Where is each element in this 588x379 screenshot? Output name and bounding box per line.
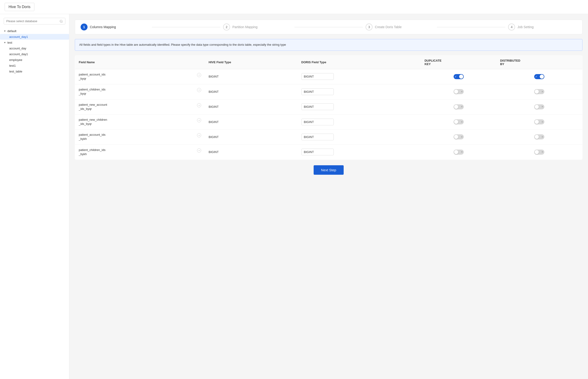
- duplicate-key-cell-3[interactable]: ✕: [421, 114, 496, 129]
- hive-type-cell-3: BIGINT: [205, 114, 297, 129]
- col-header-doris-type: DORIS Field Type: [298, 55, 421, 69]
- step-1: 1 Columns Mapping: [81, 24, 149, 31]
- doris-type-input-2[interactable]: [301, 103, 334, 110]
- search-button[interactable]: [60, 20, 63, 23]
- duplicate-key-toggle-1[interactable]: ✕: [454, 89, 464, 94]
- step-2: 2 Partition Mapping: [223, 24, 292, 31]
- table-row: patient_new_children_ids_byqr − BIGINT ✕…: [75, 114, 582, 129]
- field-name-cell-1: patient_children_ids_byqr −: [75, 84, 205, 99]
- next-step-button[interactable]: Next Step: [314, 165, 344, 175]
- hive-type-cell-4: BIGINT: [205, 129, 297, 144]
- doris-type-input-0[interactable]: [301, 73, 334, 80]
- app-header: Hive To Doris: [0, 0, 588, 14]
- svg-line-1: [62, 22, 63, 22]
- duplicate-key-cell-4[interactable]: ✕: [421, 129, 496, 144]
- hive-type-cell-5: BIGINT: [205, 144, 297, 159]
- field-name-cell-3: patient_new_children_ids_byqr −: [75, 114, 205, 129]
- info-box: All fields and field types in the Hive t…: [75, 39, 582, 51]
- remove-field-button-3[interactable]: −: [197, 118, 201, 122]
- duplicate-key-cell-5[interactable]: ✕: [421, 144, 496, 159]
- distributed-by-cell-5[interactable]: ✕: [496, 144, 582, 159]
- duplicate-key-cell-1[interactable]: ✕: [421, 84, 496, 99]
- distributed-by-toggle-1[interactable]: ✕: [534, 89, 544, 94]
- tree-arrow-default: ▼: [4, 30, 6, 32]
- table-row: patient_account_ids_bykh − BIGINT ✕ ✕: [75, 129, 582, 144]
- tree-child-account_day1-test[interactable]: account_day1: [0, 51, 69, 57]
- duplicate-key-toggle-4[interactable]: ✕: [454, 134, 464, 139]
- distributed-by-toggle-2[interactable]: ✕: [534, 104, 544, 110]
- hive-type-cell-0: BIGINT: [205, 69, 297, 84]
- search-input[interactable]: [6, 19, 60, 23]
- field-name-text-1: patient_children_ids_byqr: [79, 87, 195, 96]
- remove-field-button-1[interactable]: −: [197, 88, 201, 92]
- tree-group-default[interactable]: ▼ default: [0, 28, 69, 34]
- step-circle-1: 1: [81, 24, 87, 31]
- duplicate-key-cell-2[interactable]: ✕: [421, 99, 496, 114]
- hive-type-cell-2: BIGINT: [205, 99, 297, 114]
- footer-bar: Next Step: [75, 160, 582, 175]
- tree-child-employee[interactable]: employee: [0, 57, 69, 63]
- tree-group-test[interactable]: ▼ test: [0, 40, 69, 46]
- col-header-duplicate-key: DUPLICATEKEY: [421, 55, 496, 69]
- table-row: patient_account_ids_byqr − BIGINT ✓ ✓: [75, 69, 582, 84]
- tree: ▼ default account_day1 ▼ test account_da…: [0, 28, 69, 74]
- remove-field-button-2[interactable]: −: [197, 103, 201, 107]
- tree-arrow-test: ▼: [4, 41, 6, 44]
- step-divider-2: [294, 27, 363, 27]
- doris-type-cell-5: [298, 144, 421, 159]
- steps-bar: 1 Columns Mapping 2 Partition Mapping 3 …: [75, 20, 582, 34]
- tree-child-test1[interactable]: test1: [0, 63, 69, 69]
- main-layout: ▼ default account_day1 ▼ test account_da…: [0, 14, 588, 379]
- distributed-by-cell-3[interactable]: ✕: [496, 114, 582, 129]
- doris-type-cell-1: [298, 84, 421, 99]
- field-name-cell-2: patient_new_account_ids_byqr −: [75, 99, 205, 114]
- doris-type-input-5[interactable]: [301, 149, 334, 155]
- table-row: patient_children_ids_byqr − BIGINT ✕ ✕: [75, 84, 582, 99]
- duplicate-key-toggle-0[interactable]: ✓: [454, 74, 464, 79]
- field-name-cell-4: patient_account_ids_bykh −: [75, 129, 205, 144]
- tree-group-label-test: test: [7, 41, 12, 44]
- remove-field-button-4[interactable]: −: [197, 133, 201, 137]
- doris-type-input-3[interactable]: [301, 119, 334, 125]
- tree-child-account_day[interactable]: account_day: [0, 46, 69, 51]
- distributed-by-toggle-0[interactable]: ✓: [534, 74, 544, 79]
- step-3: 3 Create Doris Table: [366, 24, 434, 31]
- mapping-table: Field Name HIVE Field Type DORIS Field T…: [75, 55, 582, 160]
- distributed-by-cell-1[interactable]: ✕: [496, 84, 582, 99]
- distributed-by-toggle-5[interactable]: ✕: [534, 150, 544, 155]
- search-bar: [4, 18, 65, 24]
- hive-type-cell-1: BIGINT: [205, 84, 297, 99]
- distributed-by-cell-4[interactable]: ✕: [496, 129, 582, 144]
- doris-type-cell-0: [298, 69, 421, 84]
- col-header-distributed-by: DISTRIBUTEDBY: [496, 55, 582, 69]
- duplicate-key-toggle-3[interactable]: ✕: [454, 119, 464, 125]
- step-circle-4: 4: [508, 24, 515, 31]
- table-row: patient_children_ids_bykh − BIGINT ✕ ✕: [75, 144, 582, 159]
- duplicate-key-toggle-2[interactable]: ✕: [454, 104, 464, 110]
- tree-group-label-default: default: [7, 29, 16, 33]
- field-name-cell-0: patient_account_ids_byqr −: [75, 69, 205, 84]
- step-label-4: Job Setting: [517, 25, 534, 29]
- col-header-hive-type: HIVE Field Type: [205, 55, 297, 69]
- doris-type-input-1[interactable]: [301, 88, 334, 95]
- doris-type-input-4[interactable]: [301, 134, 334, 140]
- tree-child-test_table[interactable]: test_table: [0, 69, 69, 74]
- step-circle-3: 3: [366, 24, 373, 31]
- remove-field-button-5[interactable]: −: [197, 148, 201, 153]
- doris-type-cell-2: [298, 99, 421, 114]
- distributed-by-toggle-4[interactable]: ✕: [534, 134, 544, 139]
- field-name-cell-5: patient_children_ids_bykh −: [75, 144, 205, 159]
- field-name-text-3: patient_new_children_ids_byqr: [79, 118, 195, 126]
- tree-child-account_day1-default[interactable]: account_day1: [0, 34, 69, 40]
- duplicate-key-toggle-5[interactable]: ✕: [454, 150, 464, 155]
- main-content: 1 Columns Mapping 2 Partition Mapping 3 …: [69, 14, 588, 379]
- distributed-by-cell-2[interactable]: ✕: [496, 99, 582, 114]
- duplicate-key-cell-0[interactable]: ✓: [421, 69, 496, 84]
- field-name-text-0: patient_account_ids_byqr: [79, 72, 195, 81]
- step-divider-1: [152, 27, 221, 27]
- step-label-3: Create Doris Table: [375, 25, 402, 29]
- step-circle-2: 2: [223, 24, 230, 31]
- distributed-by-cell-0[interactable]: ✓: [496, 69, 582, 84]
- distributed-by-toggle-3[interactable]: ✕: [534, 119, 544, 125]
- remove-field-button-0[interactable]: −: [197, 73, 201, 77]
